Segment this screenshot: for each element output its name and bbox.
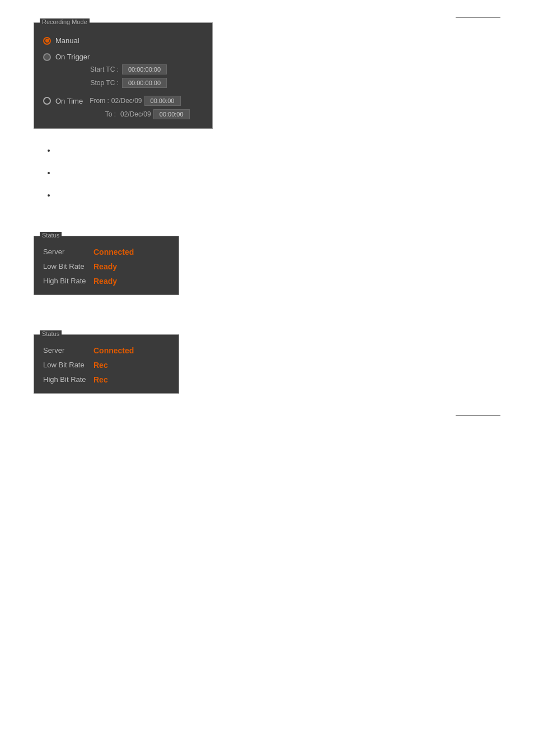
low-bit-value-2: Rec [93, 361, 108, 370]
status-panel-2: Status Server Connected Low Bit Rate Rec… [34, 334, 179, 394]
page-container: Recording Mode Manual On Trigger Start T… [0, 0, 534, 433]
server-status-row-1: Server Connected [43, 248, 170, 256]
section-gap-1 [34, 213, 500, 236]
stop-tc-label: Stop TC : [88, 79, 119, 87]
manual-label: Manual [55, 36, 79, 45]
stop-tc-input[interactable] [122, 78, 167, 88]
high-bit-value-2: Rec [93, 375, 108, 384]
server-value-1: Connected [93, 248, 134, 256]
on-time-radio[interactable] [43, 97, 51, 105]
bullet-item-1 [56, 146, 500, 156]
recording-mode-title: Recording Mode [40, 18, 90, 25]
on-trigger-radio[interactable] [43, 53, 51, 61]
high-bit-label-1: High Bit Rate [43, 277, 93, 285]
bullet-item-2 [56, 168, 500, 178]
low-bit-label-1: Low Bit Rate [43, 262, 93, 270]
high-bit-row-1: High Bit Rate Ready [43, 277, 170, 286]
bottom-line [456, 415, 500, 416]
high-bit-row-2: High Bit Rate Rec [43, 375, 170, 384]
from-prefix: From : [90, 97, 109, 105]
server-status-row-2: Server Connected [43, 346, 170, 355]
on-time-row[interactable]: On Time From : 02/Dec/09 [43, 96, 203, 106]
manual-row[interactable]: Manual [43, 36, 203, 45]
status-panel-1: Status Server Connected Low Bit Rate Rea… [34, 236, 179, 295]
bullet-list [56, 146, 500, 201]
low-bit-row-1: Low Bit Rate Ready [43, 262, 170, 271]
from-time-input[interactable] [144, 96, 181, 106]
on-trigger-row[interactable]: On Trigger [43, 53, 203, 61]
high-bit-value-1: Ready [93, 277, 117, 286]
low-bit-row-2: Low Bit Rate Rec [43, 361, 170, 370]
on-trigger-label: On Trigger [55, 53, 90, 61]
on-time-label: On Time [55, 97, 83, 105]
section-gap-2 [34, 312, 500, 334]
low-bit-label-2: Low Bit Rate [43, 361, 93, 369]
server-label-1: Server [43, 248, 93, 256]
from-date-value: 02/Dec/09 [111, 97, 142, 105]
stop-tc-row: Stop TC : [88, 78, 203, 88]
low-bit-value-1: Ready [93, 262, 117, 271]
manual-radio[interactable] [43, 37, 51, 45]
start-tc-row: Start TC : [88, 64, 203, 74]
start-tc-input[interactable] [122, 64, 167, 74]
to-row: To : 02/Dec/09 [93, 109, 203, 119]
to-prefix: To : [93, 110, 116, 118]
to-time-input[interactable] [153, 109, 190, 119]
bullet-item-3 [56, 190, 500, 200]
status-panel-1-title: Status [40, 232, 62, 239]
server-label-2: Server [43, 346, 93, 354]
server-value-2: Connected [93, 346, 134, 355]
high-bit-label-2: High Bit Rate [43, 375, 93, 384]
start-tc-label: Start TC : [88, 66, 119, 73]
to-date-value: 02/Dec/09 [120, 110, 151, 118]
top-line [456, 17, 500, 18]
status-panel-2-title: Status [40, 330, 62, 337]
recording-mode-panel: Recording Mode Manual On Trigger Start T… [34, 22, 213, 129]
